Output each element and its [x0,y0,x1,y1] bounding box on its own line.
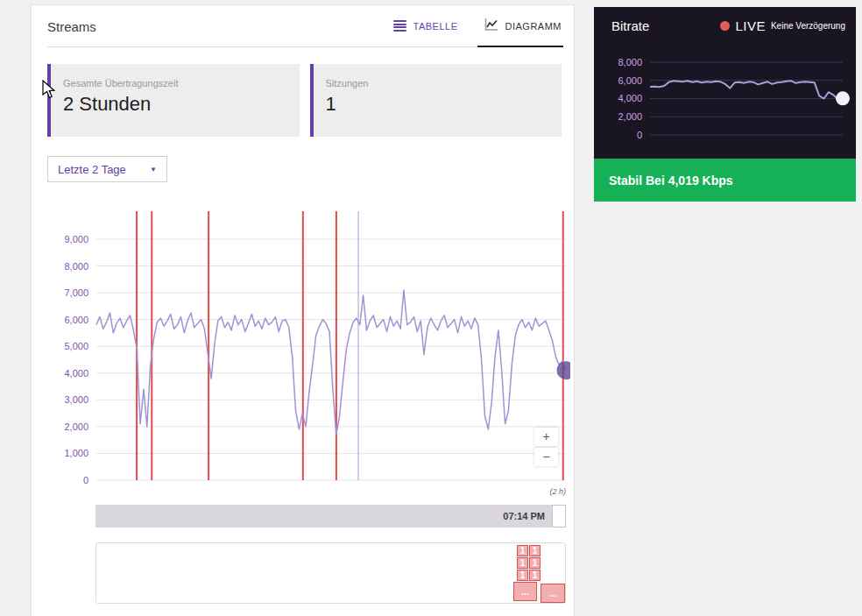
streams-panel: Streams TABELLE DIAGRAMM Gesamte Übertra… [31,4,575,616]
stat-card-broadcast-time: Gesamte Übertragungszeit 2 Stunden [47,64,300,137]
disconnect-marker-group[interactable]: ... [541,584,565,603]
line-chart-icon [484,18,498,34]
bitrate-status-bar: Stabil Bei 4,019 Kbps [594,159,856,202]
svg-text:2,000: 2,000 [618,111,642,122]
tab-label: DIAGRAMM [505,21,562,32]
date-range-select[interactable]: Letzte 2 Tage ▼ [47,156,167,182]
disconnect-marker[interactable]: 1 [529,557,541,569]
bitrate-live-panel: Bitrate LIVE Keine Verzögerung 02,0004,0… [594,7,856,202]
svg-text:0: 0 [637,130,642,140]
svg-text:4,000: 4,000 [618,93,642,103]
dashboard-page: { "header": { "title": "Streams", "tabs"… [0,0,862,616]
timeline-minimap[interactable]: 1 1 1 1 1 1 ... ... [95,542,566,604]
disconnect-marker[interactable]: 1 [529,545,541,556]
disconnect-marker[interactable]: 1 [517,557,528,569]
svg-text:9,000: 9,000 [64,234,88,244]
disconnect-marker-group[interactable]: ... [513,582,537,601]
disconnect-marker[interactable]: 1 [529,570,541,581]
timeline-scrubber[interactable]: 07:14 PM [95,505,566,527]
chevron-down-icon: ▼ [150,166,157,173]
streams-header: Streams TABELLE DIAGRAMM [47,5,562,47]
svg-text:1,000: 1,000 [64,448,88,458]
zoom-out-button[interactable]: − [534,448,558,466]
scrubber-handle[interactable] [552,505,566,527]
tab-diagramm[interactable]: DIAGRAMM [484,5,562,46]
mini-bitrate-chart: 02,0004,0006,0008,000 [599,46,853,151]
bitrate-title: Bitrate [611,18,720,33]
stat-label: Gesamte Übertragungszeit [63,78,300,89]
delay-label: Keine Verzögerung [771,21,845,31]
stat-label: Sitzungen [326,78,562,89]
svg-text:7,000: 7,000 [64,287,88,298]
svg-text:6,000: 6,000 [64,315,88,325]
disconnect-marker[interactable]: 1 [517,545,528,556]
view-tabs: TABELLE DIAGRAMM [393,5,562,46]
scrubber-time: 07:14 PM [503,511,545,521]
stat-value: 2 Stunden [63,93,300,116]
stat-value: 1 [326,93,562,116]
bitrate-status-text: Stabil Bei 4,019 Kbps [609,173,733,188]
main-bitrate-chart[interactable]: 01,0002,0003,0004,0005,0006,0007,0008,00… [41,211,570,493]
stats-row: Gesamte Übertragungszeit 2 Stunden Sitzu… [47,64,562,137]
tab-label: TABELLE [413,21,458,32]
svg-text:8,000: 8,000 [64,261,88,272]
svg-text:5,000: 5,000 [64,341,88,351]
live-label: LIVE [735,18,766,33]
bitrate-monitor-header: Bitrate LIVE Keine Verzögerung [594,7,856,33]
svg-text:3,000: 3,000 [64,394,88,405]
zoom-in-button[interactable]: + [534,428,558,446]
main-chart-area: 01,0002,0003,0004,0005,0006,0007,0008,00… [41,211,570,493]
svg-text:4,000: 4,000 [64,368,88,379]
list-icon [393,20,406,32]
date-range-value: Letzte 2 Tage [58,163,126,176]
tab-tabelle[interactable]: TABELLE [393,5,458,46]
svg-text:6,000: 6,000 [618,75,642,86]
bitrate-monitor: Bitrate LIVE Keine Verzögerung 02,0004,0… [594,7,856,159]
chart-zoom-controls: + − [534,428,558,468]
svg-text:0: 0 [83,475,88,485]
svg-text:8,000: 8,000 [618,57,642,67]
disconnect-marker[interactable]: 1 [517,570,528,581]
svg-text:2,000: 2,000 [64,421,88,432]
duration-note: (2 h) [518,487,566,496]
stat-card-sessions: Sitzungen 1 [310,64,562,137]
live-indicator-dot [720,21,730,31]
